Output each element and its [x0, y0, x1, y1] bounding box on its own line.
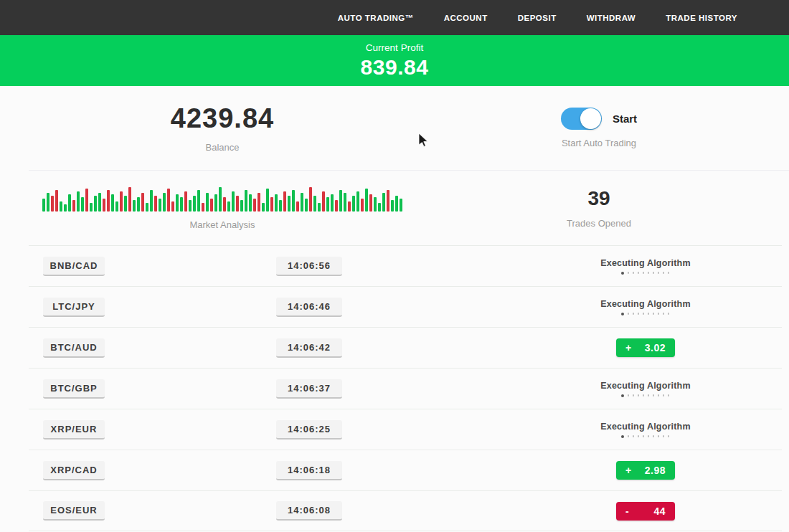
time-cell: 14:06:56 — [276, 257, 509, 276]
trades-opened-label: Trades Opened — [567, 218, 631, 229]
nav-item-deposit[interactable]: DEPOSIT — [518, 14, 557, 22]
chart-bar — [301, 193, 303, 212]
chart-bar — [146, 203, 148, 212]
progress-dots — [621, 272, 669, 275]
progress-dot — [621, 272, 624, 275]
trade-time: 14:06:46 — [276, 298, 342, 317]
chart-bar — [283, 191, 286, 212]
progress-dot — [663, 272, 665, 274]
trade-result-badge: - 44 — [616, 502, 675, 521]
pair-cell: BTC/GBP — [29, 379, 276, 399]
chart-bar — [219, 187, 222, 212]
chart-bar — [369, 194, 372, 212]
trade-pair: XRP/EUR — [43, 420, 105, 440]
auto-trading-toggle[interactable] — [561, 108, 602, 130]
status-cell: + 3.02 — [509, 338, 782, 357]
time-cell: 14:06:46 — [276, 298, 509, 317]
chart-bar — [124, 196, 127, 212]
chart-bar — [348, 201, 351, 212]
chart-bar — [365, 189, 368, 212]
chart-bar — [288, 196, 290, 212]
result-amount: 2.98 — [645, 465, 666, 476]
chart-bar — [180, 197, 183, 212]
nav-item-account[interactable]: ACCOUNT — [444, 14, 488, 22]
pair-cell: BNB/CAD — [29, 257, 276, 276]
time-cell: 14:06:18 — [276, 461, 509, 480]
progress-dot — [658, 313, 660, 315]
chart-bar — [103, 199, 105, 212]
progress-dot — [628, 313, 630, 315]
status-cell: Executing Algorithm — [509, 381, 782, 397]
chart-bar — [296, 201, 299, 212]
nav-item-withdraw[interactable]: WITHDRAW — [587, 14, 636, 22]
progress-dot — [638, 394, 640, 396]
chart-bar — [137, 197, 140, 212]
pair-cell: EOS/EUR — [29, 501, 276, 521]
chart-bar — [64, 204, 67, 212]
balance-block: 4239.84 Balance — [0, 103, 445, 153]
trade-result-badge: + 2.98 — [616, 461, 675, 480]
progress-dot — [668, 272, 670, 274]
chart-bar — [51, 196, 54, 212]
chart-bar — [72, 200, 75, 212]
overview-row-2: Market Analysis 39 Trades Opened — [0, 171, 789, 245]
progress-dot — [663, 313, 665, 315]
progress-dot — [638, 313, 640, 315]
progress-dot — [643, 272, 645, 274]
chart-bar — [292, 190, 295, 212]
chart-bar — [77, 191, 80, 212]
chart-bar — [47, 193, 49, 212]
chart-bar — [305, 199, 308, 212]
pair-cell: BTC/AUD — [29, 338, 276, 358]
chart-bar — [223, 197, 226, 212]
progress-dot — [633, 313, 635, 315]
chart-bar — [128, 187, 131, 212]
chart-bar — [339, 190, 342, 212]
chart-bar — [193, 196, 196, 212]
market-analysis-chart — [42, 186, 402, 212]
status-cell: Executing Algorithm — [509, 258, 782, 275]
chart-bar — [326, 197, 329, 212]
chart-bar — [94, 196, 97, 212]
chart-bar — [275, 194, 278, 212]
chart-bar — [90, 203, 93, 212]
chart-bar — [189, 200, 192, 212]
pair-cell: XRP/CAD — [29, 461, 276, 480]
chart-bar — [270, 197, 273, 212]
executing-label: Executing Algorithm — [600, 299, 691, 309]
chart-bar — [249, 194, 252, 212]
chart-bar — [331, 194, 334, 212]
time-cell: 14:06:25 — [276, 420, 509, 440]
progress-dot — [621, 394, 624, 397]
chart-bar — [387, 190, 389, 212]
status-cell: + 2.98 — [509, 461, 782, 480]
executing-label: Executing Algorithm — [600, 258, 691, 268]
chart-bar — [184, 191, 187, 212]
trade-time: 14:06:42 — [276, 338, 342, 358]
result-amount: 3.02 — [645, 342, 666, 353]
chart-bar — [176, 194, 179, 212]
progress-dot — [621, 435, 624, 438]
pair-cell: XRP/EUR — [29, 420, 276, 440]
progress-dot — [648, 272, 650, 274]
nav-item-trade-history[interactable]: TRADE HISTORY — [666, 14, 737, 22]
chart-bar — [262, 203, 265, 212]
time-cell: 14:06:08 — [276, 501, 509, 521]
progress-dot — [653, 435, 655, 437]
progress-dot — [653, 313, 655, 315]
progress-dots — [621, 394, 669, 397]
progress-dot — [668, 313, 670, 315]
chart-bar — [120, 191, 123, 212]
status-cell: Executing Algorithm — [509, 422, 782, 438]
progress-dot — [653, 394, 655, 396]
mouse-cursor-icon — [418, 133, 428, 151]
chart-bar — [356, 191, 359, 212]
market-analysis-label: Market Analysis — [189, 219, 255, 230]
nav-item-auto-trading[interactable]: AUTO TRADING™ — [338, 14, 414, 22]
chart-bar — [202, 203, 204, 212]
progress-dot — [658, 435, 660, 437]
progress-dot — [648, 394, 650, 396]
auto-trading-label: Start Auto Trading — [562, 138, 636, 148]
trade-row: BNB/CAD 14:06:56 Executing Algorithm — [29, 245, 782, 286]
progress-dot — [638, 272, 640, 274]
